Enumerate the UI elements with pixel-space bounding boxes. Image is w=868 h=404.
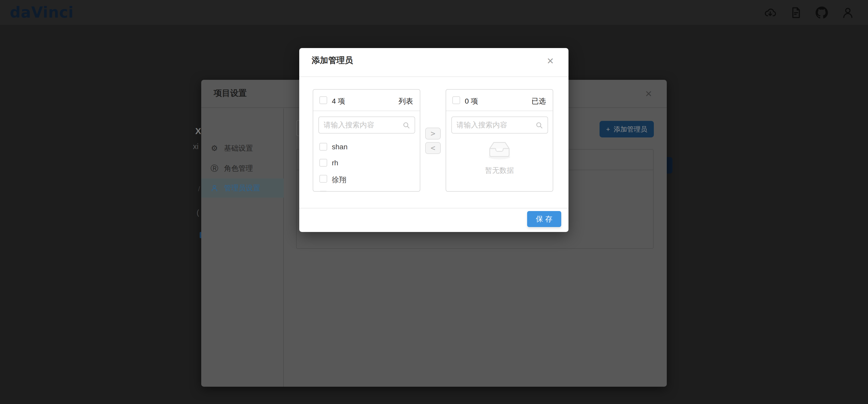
dialog-title: 添加管理员: [312, 55, 353, 66]
background-button-sliver: [667, 157, 673, 174]
target-count: 0 项: [465, 96, 478, 106]
target-search-input[interactable]: [457, 117, 534, 133]
sidebar-item-admin-settings[interactable]: 管理员设置: [201, 178, 284, 198]
dialog-header-divider: [299, 76, 568, 77]
person-icon: [210, 184, 219, 193]
document-icon[interactable]: [789, 6, 803, 19]
item-label: 徐翔: [332, 175, 346, 185]
item-checkbox[interactable]: [319, 175, 327, 182]
source-search-box: [318, 116, 415, 134]
transfer-target-header: 0 项 已选: [446, 90, 553, 111]
search-icon: [535, 121, 544, 129]
app-header: daVinci: [0, 0, 868, 25]
sidebar-item-label: 角色管理: [224, 164, 253, 173]
transfer-target-panel: 0 项 已选 暂无数据: [446, 89, 553, 192]
project-settings-title: 项目设置: [214, 88, 247, 99]
item-label: rh: [332, 159, 338, 167]
list-item[interactable]: rh: [313, 155, 420, 171]
plus-icon: +: [606, 125, 610, 133]
registered-icon: Ⓡ: [210, 164, 219, 173]
select-all-checkbox[interactable]: [452, 96, 460, 104]
dialog-footer-divider: [299, 208, 568, 208]
github-icon[interactable]: [815, 6, 829, 20]
move-right-button[interactable]: >: [425, 128, 441, 139]
list-item[interactable]: shan: [313, 139, 420, 155]
sidebar-item-label: 管理员设置: [224, 183, 260, 193]
add-admin-button[interactable]: + 添加管理员: [599, 121, 654, 137]
source-search-input[interactable]: [323, 117, 401, 133]
empty-inbox-icon: [487, 139, 513, 160]
background-text-fragment: /: [198, 185, 200, 193]
close-icon[interactable]: ✕: [645, 89, 653, 99]
close-icon[interactable]: ✕: [547, 56, 554, 66]
list-item[interactable]: 徐翔: [313, 171, 420, 187]
select-all-checkbox[interactable]: [319, 96, 327, 104]
source-count: 4 项: [332, 96, 345, 106]
item-label: shan: [332, 143, 348, 151]
item-checkbox[interactable]: [319, 159, 327, 167]
background-text-fragment: (: [196, 208, 199, 217]
search-icon: [402, 121, 410, 129]
source-title: 列表: [399, 96, 413, 106]
target-search-box: [451, 116, 548, 134]
item-label: 方堃: [332, 191, 346, 192]
sidebar-item-role-management[interactable]: Ⓡ 角色管理: [201, 159, 284, 178]
cloud-download-icon[interactable]: [764, 6, 777, 19]
source-item-list: shan rh 徐翔 方堃: [313, 139, 420, 192]
chevron-right-icon: >: [431, 130, 435, 137]
transfer-source-header: 4 项 列表: [313, 90, 420, 111]
chevron-left-icon: <: [431, 144, 435, 152]
move-left-button[interactable]: <: [425, 142, 441, 154]
sidebar-item-label: 基础设置: [224, 143, 253, 153]
save-button[interactable]: 保 存: [527, 211, 561, 227]
add-admin-button-label: 添加管理员: [614, 125, 647, 134]
gear-icon: ⚙: [210, 144, 219, 153]
davinci-logo: daVinci: [10, 4, 74, 21]
add-admin-dialog: 添加管理员 ✕ 4 项 列表 shan rh: [299, 48, 568, 232]
sidebar-item-basic-settings[interactable]: ⚙ 基础设置: [201, 139, 284, 158]
transfer-source-panel: 4 项 列表 shan rh 徐翔: [313, 89, 420, 192]
user-icon[interactable]: [841, 6, 854, 19]
item-checkbox[interactable]: [319, 191, 327, 192]
background-text-fragment: X: [195, 126, 201, 136]
empty-state-text: 暂无数据: [446, 166, 553, 175]
background-text-fragment: xi: [193, 142, 199, 151]
empty-state: 暂无数据: [446, 139, 553, 175]
list-item[interactable]: 方堃: [313, 187, 420, 192]
project-settings-sidebar: ⚙ 基础设置 Ⓡ 角色管理 管理员设置: [201, 108, 284, 387]
target-title: 已选: [531, 96, 546, 106]
item-checkbox[interactable]: [319, 143, 327, 150]
